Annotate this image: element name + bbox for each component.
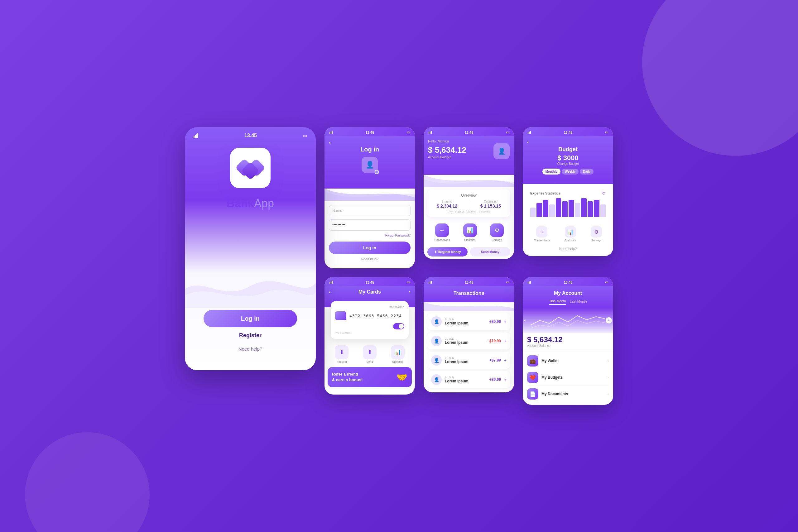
transaction-item-0[interactable]: 👤 21 JUN Lorem Ipsum +$9.99 + [428, 313, 510, 330]
main-screen: 13.45 ▭ BankApp Log in Register Need hel… [185, 127, 316, 370]
transaction-item-2[interactable]: 👤 21 JUN Lorem Ipsum +$7.89 + [428, 352, 510, 369]
account-status-bar: 13.45 ▭ [523, 277, 613, 286]
account-menu-item-1[interactable]: ❤️ My Budgets › [527, 369, 609, 386]
transaction-item-1[interactable]: 👤 21 JUN Lorem Ipsum -$19.99 + [428, 332, 510, 349]
cards-prev-button[interactable]: ‹ [329, 289, 330, 295]
send-money-button[interactable]: Send Money [470, 247, 510, 256]
budget-nav-settings[interactable]: ⚙ Settings [591, 226, 602, 242]
main-wave-decoration [185, 270, 316, 308]
budget-status-bar: 13.45 ▭ [523, 127, 613, 136]
expenses-value: $ 1,153.15 [480, 204, 501, 209]
budget-back-button[interactable]: ‹ [527, 139, 529, 145]
trans-add-icon-2[interactable]: + [504, 358, 507, 363]
budget-nav-transactions[interactable]: ↔ Transactions [534, 226, 550, 242]
main-login-button[interactable]: Log in [204, 310, 297, 327]
bar-2 [543, 200, 548, 217]
budget-screen: 13.45 ▭ ‹ Budget $ 3000 Change Budget Mo… [523, 127, 613, 256]
trans-amount-3: +$9.99 [489, 377, 501, 382]
logo-box [230, 148, 270, 188]
overview-header: Hello, Monica $ 5,634.12 Account Balance… [424, 136, 514, 175]
main-register-button[interactable]: Register [239, 332, 262, 339]
forgot-password-link[interactable]: Forgot Password? [329, 234, 411, 237]
login-title: Log in [360, 146, 379, 153]
login-time: 13.45 [366, 131, 374, 134]
request-money-button[interactable]: ⬇ Request Money [428, 247, 468, 256]
nav-statistics[interactable]: 📊 Statistics [463, 224, 477, 242]
card-action-statistics[interactable]: 📊 Statistics [391, 345, 405, 363]
trans-amount-0: +$9.99 [489, 320, 501, 324]
bar-1 [536, 203, 542, 217]
card-toggle[interactable] [393, 323, 404, 329]
trans-add-icon-1[interactable]: + [504, 339, 507, 343]
nav-transactions[interactable]: ↔ Transactions [434, 224, 450, 242]
expense-statistics-card: Expense Statistics ↻ [527, 187, 609, 221]
chart-next-button[interactable]: + [606, 317, 612, 323]
overview-balance: $ 5,634.12 [428, 145, 466, 155]
trans-signal [429, 281, 432, 284]
overview-title: Overview [431, 193, 507, 197]
trans-time: 13.45 [465, 281, 474, 284]
cards-title: My Cards [359, 289, 381, 295]
refer-chevron: ∨ [328, 390, 412, 395]
trans-info-0: 21 JUN Lorem Ipsum [445, 318, 486, 325]
account-line-chart [527, 311, 609, 330]
acct-menu-label-0: My Wallet [542, 359, 558, 363]
account-menu: 💼 My Wallet › ❤️ My Budgets › 📄 My Docum… [523, 350, 613, 405]
income-label: Income [437, 200, 457, 204]
name-input[interactable] [329, 205, 411, 216]
request-action-label: Request [336, 360, 347, 363]
refer-banner[interactable]: Refer a friend& earn a bonus! 🤝 [328, 367, 412, 387]
bar-4 [556, 198, 561, 217]
nav-settings-label: Settings [492, 239, 502, 242]
transaction-item-3[interactable]: 👤 21 JUN Lorem Ipsum +$9.99 + [428, 371, 510, 388]
login-content: Forgot Password? Log in Need help? [324, 201, 415, 268]
tab-this-month[interactable]: This Month [549, 298, 566, 305]
overview-income-expense-row: Income $ 2,334.12 Expenses $ 1,153.15 [431, 200, 507, 209]
budget-title: Budget [527, 146, 609, 153]
login-screen: 13.45 ▭ ‹ Log in 👤 Forgot Password? Log … [324, 127, 415, 268]
password-input[interactable] [329, 220, 411, 231]
cards-content: BankName 4322 3663 5456 2234 Your Name ⬇… [324, 307, 415, 395]
trans-avatar-3: 👤 [431, 374, 442, 385]
bar-5 [562, 201, 567, 217]
battery-icon: ▭ [303, 133, 307, 138]
nav-settings[interactable]: ⚙ Settings [490, 224, 504, 242]
trans-name-1: Lorem Ipsum [445, 340, 485, 345]
account-menu-item-0[interactable]: 💼 My Wallet › [527, 353, 609, 369]
budget-settings-label: Settings [591, 239, 602, 242]
cards-title-row: ‹ My Cards › [329, 289, 411, 295]
budget-nav-statistics[interactable]: 📊 Statistics [565, 226, 576, 242]
expenses-label: Expenses [480, 200, 501, 204]
app-name: BankApp [227, 197, 274, 210]
cards-next-button[interactable]: › [409, 289, 411, 295]
login-submit-button[interactable]: Log in [329, 242, 411, 254]
card-your-name: Your Name [335, 331, 404, 335]
nav-statistics-label: Statistics [464, 239, 476, 242]
card-number: 4322 3663 5456 2234 [349, 314, 402, 318]
account-menu-item-2[interactable]: 📄 My Documents › [527, 386, 609, 402]
login-back-button[interactable]: ‹ [329, 139, 331, 146]
app-name-bold: Bank [227, 197, 254, 210]
refresh-icon[interactable]: ↻ [602, 191, 606, 196]
trans-avatar-0: 👤 [431, 316, 442, 327]
refer-icon: 🤝 [397, 372, 407, 382]
tab-daily[interactable]: Daily [580, 169, 593, 174]
card-action-request[interactable]: ⬇ Request [335, 345, 348, 363]
trans-add-icon-3[interactable]: + [504, 377, 507, 382]
cards-time: 13.45 [366, 281, 374, 284]
name-input-group [329, 205, 411, 216]
tab-monthly[interactable]: Monthly [543, 169, 560, 174]
trans-add-icon-0[interactable]: + [504, 319, 507, 324]
send-action-icon: ⬆ [363, 345, 377, 359]
card-action-send[interactable]: ⬆ Send [363, 345, 377, 363]
login-battery: ▭ [407, 130, 410, 134]
cards-status-bar: 13.45 ▭ [324, 277, 415, 286]
tab-last-month[interactable]: Last Month [570, 298, 587, 305]
stats-action-icon: 📊 [391, 345, 405, 359]
trans-date-1: 21 JUN [445, 337, 485, 340]
trans-name-2: Lorem Ipsum [445, 360, 486, 364]
refer-text: Refer a friend& earn a bonus! [332, 372, 363, 383]
tab-weekly[interactable]: Weekly [562, 169, 578, 174]
chart-prev-button[interactable]: ‹ [524, 318, 526, 323]
budget-statistics-icon: 📊 [565, 226, 576, 238]
